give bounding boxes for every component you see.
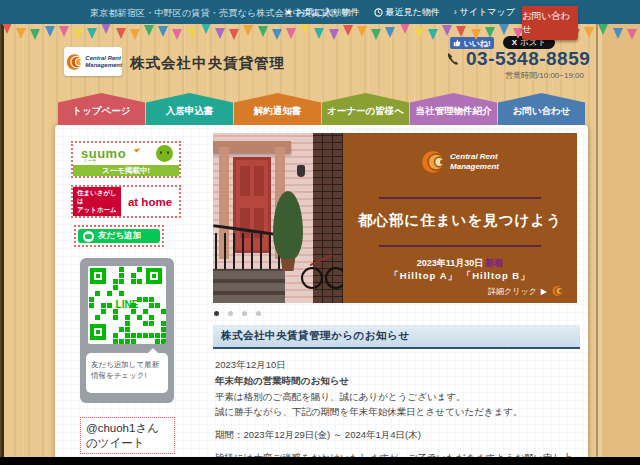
x-icon: X (512, 38, 517, 47)
bunting-flag (2, 23, 12, 34)
crm-crescent-icon (66, 49, 84, 75)
photo-bicycle-wheel-rear (301, 267, 323, 289)
hero-divider-bottom (379, 245, 541, 247)
qr-module (143, 321, 148, 326)
line-icon (83, 231, 94, 242)
athome-banner[interactable]: 住まいさがしは アットホーム at home (71, 185, 181, 218)
hero-logo-wordmark: Central Rent Management (450, 152, 499, 171)
line-add-inner: 友だち追加 (78, 229, 160, 243)
phone-icon (446, 52, 461, 67)
bunting-flag (499, 24, 509, 35)
qr-module (89, 303, 94, 308)
bunting-flag (414, 28, 424, 39)
cta-crescent-icon (551, 284, 565, 298)
qr-module (149, 303, 154, 308)
phone-number[interactable]: 03-5348-8859 (466, 48, 590, 70)
line-qr-caption: 友だち追加して最新情報をチェック! (86, 353, 168, 393)
qr-module (149, 297, 154, 302)
qr-module (107, 291, 112, 296)
qr-module (131, 303, 136, 308)
content-panel: suumo スーモ スーモ掲載中! 住まいさがしは アットホーム at home… (55, 125, 588, 465)
slider-dot-1[interactable] (214, 311, 219, 316)
nav-application-form[interactable]: 入居申込書 (146, 93, 233, 125)
bunting-flag (30, 29, 40, 40)
nav-managed-properties[interactable]: 当社管理物件紹介 (410, 93, 497, 125)
nav-cancellation-notice[interactable]: 解約通知書 (234, 93, 321, 125)
company-logo[interactable]: Central Rent Management (64, 47, 122, 76)
bunting-flag (187, 28, 197, 39)
news-body-line1: 平素は格別のご高配を賜り、誠にありがとうございます。 (215, 391, 578, 404)
qr-module (131, 339, 136, 344)
slider-dot-3[interactable] (242, 311, 247, 316)
favorites-link[interactable]: ★ お気に入り物件 (285, 6, 360, 19)
bunting-flag (329, 29, 339, 40)
line-qr-code: LINE (88, 266, 166, 344)
logo-line2: Management (85, 62, 122, 69)
qr-module (107, 303, 112, 308)
bunting-flag (158, 26, 168, 37)
qr-module (137, 279, 142, 284)
bunting-flag (59, 26, 69, 37)
clock-icon (374, 8, 383, 17)
qr-module (113, 339, 118, 344)
bunting-flag (314, 28, 324, 39)
athome-tagline: 住まいさがしは アットホーム (73, 187, 121, 216)
qr-finder-square (90, 268, 106, 284)
slider-dot-2[interactable] (228, 311, 233, 316)
recently-viewed-link[interactable]: 最近見た物件 (374, 6, 440, 19)
bunting-flag (215, 28, 225, 39)
qr-module (143, 333, 148, 338)
hero-date-line: 2023年11月30日新着 (343, 257, 577, 270)
bunting-flag (343, 25, 353, 36)
bunting-flag (243, 25, 253, 36)
sitemap-link[interactable]: › サイトマップ (454, 6, 515, 19)
qr-finder-square (146, 268, 162, 284)
hero-title: 都心部に住まいを見つけよう (343, 211, 577, 230)
favorites-label: お気に入り物件 (296, 6, 360, 19)
logo-line1: Central Rent (85, 55, 122, 62)
qr-module (119, 267, 124, 272)
wood-background-beam (596, 0, 640, 465)
bunting-flag (16, 28, 26, 39)
recently-viewed-label: 最近見た物件 (386, 6, 440, 19)
thumbs-up-icon (453, 39, 461, 47)
athome-tagline-line2: アットホーム (77, 206, 121, 214)
suumo-arrow-icon (134, 145, 141, 152)
slider-dot-4[interactable] (256, 311, 261, 316)
suumo-caption: スーモ掲載中! (73, 165, 179, 176)
qr-module (125, 339, 130, 344)
line-add-friend-button[interactable]: 友だち追加 (74, 225, 164, 247)
hero-slider[interactable]: Central Rent Management 都心部に住まいを見つけよう 20… (213, 133, 577, 303)
main-nav: トップページ 入居申込書 解約通知書 オーナーの皆様へ 当社管理物件紹介 お問い… (57, 93, 585, 125)
bunting-flag (87, 28, 97, 39)
bunting-flag (442, 25, 452, 36)
contact-button[interactable]: お問い合わせ (522, 6, 578, 40)
qr-module (125, 333, 130, 338)
qr-module (119, 339, 124, 344)
hero-logo: Central Rent Management (343, 147, 577, 177)
qr-module (119, 327, 124, 332)
line-add-label: 友だち追加 (98, 230, 141, 242)
qr-module (137, 333, 142, 338)
photo-steps (213, 269, 285, 303)
bunting-flag (400, 23, 410, 34)
qr-module (95, 291, 100, 296)
suumo-banner[interactable]: suumo スーモ スーモ掲載中! (71, 141, 181, 178)
qr-module (125, 327, 130, 332)
athome-tagline-line1: 住まいさがしは (77, 189, 121, 205)
twitter-timeline-link[interactable]: @chuoh1さんのツイート (80, 417, 175, 454)
qr-module (161, 339, 166, 344)
bunting-flag (300, 23, 310, 34)
bunting-flag (371, 29, 381, 40)
chevron-right-icon: › (454, 7, 457, 17)
athome-wordmark: at home (121, 187, 179, 216)
nav-contact[interactable]: お問い合わせ (498, 93, 585, 125)
cta-arrow-icon: ▶ (541, 287, 547, 296)
qr-module (119, 291, 124, 296)
qr-module (161, 321, 166, 326)
like-label: いいね! (463, 38, 490, 49)
qr-module (131, 333, 136, 338)
nav-top-page[interactable]: トップページ (58, 93, 145, 125)
nav-owners[interactable]: オーナーの皆様へ (322, 93, 409, 125)
hero-cta[interactable]: 詳細クリック ▶ (488, 284, 565, 298)
